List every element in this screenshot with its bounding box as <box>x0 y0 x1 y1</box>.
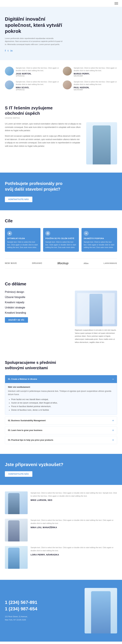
goal-card-1: OPTIMÁLNÍ VOLBA Sample text. Click to se… <box>5 228 40 252</box>
accordion-plus-icon-2: + <box>112 419 114 422</box>
accordion-title-2: 02. Business Sustainability Management <box>8 420 46 422</box>
team-member-3: Sample text. Click to select the text bo… <box>5 80 59 91</box>
team-member-4: Sample text. Click to select the text bo… <box>63 80 117 91</box>
accordion-header-2[interactable]: 02. Business Sustainability Management + <box>5 417 117 424</box>
accordion-title-4: 04. Practical tips to help you price you… <box>8 439 53 441</box>
hamburger-icon[interactable] <box>114 2 119 5</box>
accordion-heading-1: Niklr visi vestibulament: <box>8 386 114 388</box>
team-role-2: NÁVRHÁŘ <box>74 75 117 77</box>
accordion-header-3[interactable]: 03. Learn how to grow your business + <box>5 426 117 434</box>
goal-icon-3 <box>84 231 89 236</box>
phone-section: 1 (234) 567-891 1 (234) 987-654 121 Rock… <box>0 580 122 642</box>
linkedin-icon[interactable]: in <box>10 49 12 52</box>
accordion-bullet-2: Auctor at nec ipsum consequat, diam feug… <box>11 401 114 405</box>
staff-member-3: Sample text. Click to select the text bo… <box>5 546 117 569</box>
avatar-2 <box>63 67 72 76</box>
goal-card-2: POUŽÍVA SE PO CELÉM SVĚTĚ Sample text. C… <box>43 228 79 252</box>
team-role-4: NÁVRHÁŘ <box>74 89 117 91</box>
team-member-2: Sample text. Click to select the text bo… <box>63 67 117 77</box>
facebook-icon[interactable]: f <box>5 49 6 52</box>
staff-member-1: Sample text. Click to select the text bo… <box>5 492 117 514</box>
team-role-3: SPRÁVCE <box>16 89 59 91</box>
team-sample-1: Sample text. Click to select the text bo… <box>16 67 59 72</box>
services-button[interactable]: DOZVĚT SE VÍC <box>5 317 28 323</box>
staff-info-2: Sample text. Click to select the text bo… <box>30 519 117 528</box>
ready-title: Jste připraveni vyzkoušet? <box>5 462 117 467</box>
services-section: Co děláme Prémiový design Úžasné fotogra… <box>0 276 122 352</box>
hero-description: Lorem perferendis dolor reprehenderit re… <box>5 37 64 46</box>
service-item-5: Kreativní branding <box>5 311 70 314</box>
staff-name-3: Lora Perry, náhradka <box>30 554 117 556</box>
goal-icon-1 <box>7 231 12 236</box>
nav-bar <box>0 0 122 7</box>
staff-sample-1: Sample text. Click to select the text bo… <box>30 492 117 498</box>
cta-title: Potřebujete profesionály pro svůj další … <box>5 181 70 192</box>
team-grid: Sample text. Click to select the text bo… <box>5 67 117 91</box>
ready-button[interactable]: KONTAKTUJTE NÁS <box>5 471 32 477</box>
accordion-title-1: 01. Create a Webinar in Ukraine <box>8 378 37 380</box>
address-line-2: New York, NY 22105-3100 <box>5 619 26 621</box>
avatar-1 <box>5 67 14 76</box>
accordion-header-1[interactable]: 01. Create a Webinar in Ukraine − <box>5 375 117 383</box>
hero-title: Digitální inovační společnost, která vyt… <box>5 16 65 34</box>
accordion-header-4[interactable]: 04. Practical tips to help you price you… <box>5 436 117 444</box>
accordion-item-3: 03. Learn how to grow your business + <box>5 426 117 434</box>
services-description: Dignissim suspendisse in est ante in nis… <box>75 328 117 344</box>
it-paragraph-2: Klonit sint occaecat cupidatat non proid… <box>5 134 82 148</box>
goal-card-3: OKAMŽITÁ PODPORA Sample text. Click to s… <box>82 228 117 252</box>
accordion-bullet-1: Proin facilisi orci nec blandit libero v… <box>11 398 114 402</box>
staff-photo-1 <box>5 492 28 514</box>
cta-button[interactable]: KONTAKTUJTE NÁS <box>5 197 32 202</box>
service-item-4: Unikátní strategie <box>5 306 70 309</box>
goals-section: Cíle OPTIMÁLNÍ VOLBA Sample text. Click … <box>0 210 122 276</box>
phone-number-2: 1 (234) 987-654 <box>5 606 80 612</box>
university-title: Spolupracujeme s předními světovými univ… <box>5 360 73 370</box>
service-item-3: Kreativní nápady <box>5 301 70 304</box>
services-list: Prémiový design Úžasné fotografie Kreati… <box>5 290 70 344</box>
staff-section: Sample text. Click to select the text bo… <box>0 485 122 580</box>
team-name-3: NINA SCAVO, <box>16 86 59 89</box>
logo-2: ORGANIC <box>32 262 42 264</box>
globe-icon <box>47 232 49 234</box>
accordion-body-1: Niklr visi vestibulament: Interdum velit… <box>5 383 117 415</box>
team-sample-2: Sample text. Click to select the text bo… <box>74 67 117 72</box>
team-role-1: SPRÁVCE <box>16 75 59 77</box>
phone-image-placeholder <box>84 588 117 634</box>
avatar-3 <box>5 80 14 90</box>
accordion-item-1: 01. Create a Webinar in Ukraine − Niklr … <box>5 375 117 415</box>
logo-5: LARKINWAVE <box>104 262 117 264</box>
it-content: Ut Lorem ad minim veniam, quis nostrud e… <box>5 122 117 164</box>
goal-text-2: Sample text. Click to select the text bo… <box>46 241 76 249</box>
accordion-list-1: Proin facilisi orci nec blandit libero v… <box>8 398 114 412</box>
services-content: Prémiový design Úžasné fotografie Kreati… <box>5 290 117 344</box>
team-name-2: MARGO PERRY, <box>74 73 117 75</box>
staff-photo-3 <box>5 546 28 569</box>
staff-sample-3: Sample text. Click to select the text bo… <box>30 546 117 552</box>
service-item-1: Prémiový design <box>5 290 70 294</box>
it-image-placeholder <box>86 122 117 164</box>
hero-socials: f t in <box>5 49 117 52</box>
cta-section: Potřebujete profesionály pro svůj další … <box>0 172 122 210</box>
it-paragraph-1: Ut Lorem ad minim veniam, quis nostrud e… <box>5 122 82 132</box>
accordion-item-2: 02. Business Sustainability Management + <box>5 416 117 424</box>
avatar-4 <box>63 80 72 90</box>
team-name-4: PAUL HUDSON, <box>74 86 117 89</box>
staff-member-2: Sample text. Click to select the text bo… <box>5 519 117 542</box>
it-text: Ut Lorem ad minim veniam, quis nostrud e… <box>5 122 82 164</box>
logo-1: NEW WAVE <box>5 262 17 264</box>
team-member-1: Sample text. Click to select the text bo… <box>5 67 59 77</box>
staff-name-2: Nina Lou, manažérka <box>30 526 117 528</box>
accordion-title-3: 03. Learn how to grow your business <box>8 429 42 432</box>
logos-row: NEW WAVE ORGANIC Mockup Aftre LARKINWAVE <box>5 258 117 268</box>
it-image <box>86 122 117 164</box>
staff-photo-2 <box>5 519 28 542</box>
goal-title-2: POUŽÍVA SE PO CELÉM SVĚTĚ <box>46 238 76 239</box>
accordion-item-4: 04. Practical tips to help you price you… <box>5 436 117 444</box>
university-section: Spolupracujeme s předními světovými univ… <box>0 352 122 454</box>
accordion-body-text-1: Interdum velit suscipit in pellentesque … <box>8 390 114 396</box>
lightning-icon <box>85 232 87 234</box>
staff-sample-2: Sample text. Click to select the text bo… <box>30 519 117 525</box>
twitter-icon[interactable]: t <box>8 49 8 52</box>
team-sample-3: Sample text. Click to select the text bo… <box>16 80 59 86</box>
goal-text-3: Sample text. Click to select the text bo… <box>84 241 115 249</box>
